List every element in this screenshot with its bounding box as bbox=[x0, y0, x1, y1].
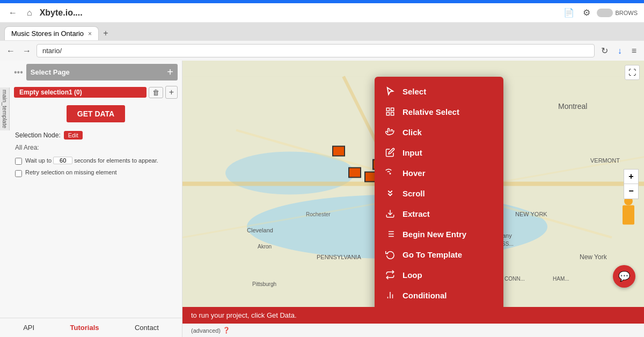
sidebar-top-row: ••• Select Page + bbox=[10, 61, 182, 84]
signal-icon bbox=[384, 167, 396, 179]
all-area-label: All Area: bbox=[10, 144, 182, 155]
doc-icon[interactable]: 📄 bbox=[561, 6, 576, 19]
menu-item-relative-select[interactable]: Relative Select bbox=[375, 101, 503, 122]
svg-rect-37 bbox=[623, 206, 634, 225]
browser-back-button[interactable]: ← bbox=[4, 45, 17, 57]
cursor-icon bbox=[384, 85, 396, 97]
tutorials-link[interactable]: Tutorials bbox=[70, 324, 99, 332]
wait-checkbox[interactable] bbox=[15, 158, 22, 165]
branch-icon bbox=[384, 289, 396, 301]
tab-title: Music Stores in Ontario bbox=[11, 30, 84, 38]
retry-checkbox[interactable] bbox=[15, 170, 22, 177]
run-label: to run your project, click Get Data. bbox=[191, 311, 297, 319]
wait-seconds-input[interactable] bbox=[53, 157, 72, 164]
menu-item-input[interactable]: Input bbox=[375, 142, 503, 163]
download-icon bbox=[384, 208, 396, 219]
brows-toggle[interactable]: BROWS bbox=[597, 9, 638, 17]
svg-rect-42 bbox=[391, 113, 394, 115]
menu-label-click: Click bbox=[402, 128, 422, 137]
api-link[interactable]: API bbox=[23, 324, 34, 332]
svg-rect-35 bbox=[349, 168, 361, 178]
menu-label-scroll: Scroll bbox=[402, 189, 425, 198]
loop-icon bbox=[384, 269, 396, 281]
brows-label: BROWS bbox=[615, 10, 638, 16]
browser-menu-button[interactable]: ≡ bbox=[628, 45, 640, 57]
edit-button[interactable]: Edit bbox=[64, 131, 83, 140]
svg-text:Rochester: Rochester bbox=[306, 211, 331, 217]
menu-item-hover[interactable]: Hover bbox=[375, 163, 503, 183]
menu-item-extract[interactable]: Extract bbox=[375, 203, 503, 224]
menu-item-select[interactable]: Select bbox=[375, 81, 503, 101]
browser-tab-music-stores[interactable]: Music Stores in Ontario × bbox=[4, 26, 99, 40]
help-icon: ❓ bbox=[223, 327, 230, 334]
advanced-label: (advanced) bbox=[191, 327, 221, 334]
menu-item-scroll[interactable]: Scroll bbox=[375, 183, 503, 203]
menu-item-stop[interactable]: Stop bbox=[375, 305, 503, 307]
download-button[interactable]: ↓ bbox=[614, 45, 625, 57]
menu-label-loop: Loop bbox=[402, 270, 422, 280]
svg-rect-41 bbox=[386, 113, 389, 115]
svg-text:Akron: Akron bbox=[258, 244, 272, 250]
menu-label-input: Input bbox=[402, 148, 422, 157]
add-page-button[interactable]: + bbox=[167, 66, 173, 78]
menu-label-begin-new-entry: Begin New Entry bbox=[402, 230, 466, 239]
xbyte-icons: 📄 ⚙ BROWS bbox=[561, 6, 638, 19]
right-panel: Montreal VERMONT NEW YORK New York Alban… bbox=[182, 61, 644, 337]
back-button[interactable]: ← bbox=[6, 7, 19, 19]
svg-text:NEW YORK: NEW YORK bbox=[515, 211, 547, 217]
xbyte-logo: Xbyte.io.... bbox=[40, 8, 83, 18]
sidebar-dots-menu[interactable]: ••• bbox=[14, 68, 23, 77]
context-dropdown-menu: Select Relative Select Click bbox=[375, 77, 503, 307]
retry-label: Retry selection on missing element bbox=[25, 169, 117, 175]
tab-close-button[interactable]: × bbox=[88, 30, 92, 38]
zoom-out-button[interactable]: − bbox=[624, 184, 639, 199]
selection-node-row: Selection Node: Edit bbox=[10, 127, 182, 144]
main-area: main_template ••• Select Page + Empty se… bbox=[0, 61, 644, 337]
selection-row: Empty selection1 (0) 🗑 + bbox=[14, 86, 178, 99]
browser-toolbar: ← → ↻ ↓ ≡ bbox=[0, 41, 644, 61]
zoom-in-button[interactable]: + bbox=[624, 169, 639, 184]
menu-item-begin-new-entry[interactable]: Begin New Entry bbox=[375, 224, 503, 244]
selection-tag: Empty selection1 (0) bbox=[14, 87, 147, 98]
new-tab-button[interactable]: + bbox=[99, 26, 112, 41]
chat-button[interactable]: 💬 bbox=[613, 265, 635, 288]
toggle-switch[interactable] bbox=[597, 9, 613, 17]
contact-link[interactable]: Contact bbox=[135, 324, 159, 332]
menu-label-conditional: Conditional bbox=[402, 291, 447, 300]
menu-item-go-to-template[interactable]: Go To Template bbox=[375, 244, 503, 265]
browser-forward-button[interactable]: → bbox=[20, 45, 33, 57]
wait-text: Wait up to seconds for elements to appea… bbox=[25, 157, 158, 164]
menu-item-click[interactable]: Click bbox=[375, 122, 503, 142]
expand-map-button[interactable]: ⛶ bbox=[625, 65, 640, 80]
select-page-bar: Select Page + bbox=[26, 64, 178, 80]
selection-node-label: Selection Node: bbox=[15, 131, 61, 139]
gear-icon[interactable]: ⚙ bbox=[581, 6, 592, 19]
svg-text:PENNSYLVANIA: PENNSYLVANIA bbox=[317, 254, 361, 260]
wait-checkbox-row: Wait up to seconds for elements to appea… bbox=[10, 155, 182, 167]
map-container: Montreal VERMONT NEW YORK New York Alban… bbox=[182, 61, 644, 307]
svg-rect-23 bbox=[333, 146, 345, 156]
svg-text:Pittsburgh: Pittsburgh bbox=[252, 281, 276, 287]
home-button[interactable]: ⌂ bbox=[25, 7, 34, 19]
menu-item-conditional[interactable]: Conditional bbox=[375, 285, 503, 305]
trash-button[interactable]: 🗑 bbox=[149, 87, 163, 98]
add-selection-button[interactable]: + bbox=[165, 86, 178, 99]
address-bar[interactable] bbox=[36, 44, 595, 57]
refresh-icon bbox=[384, 248, 396, 260]
grid-icon bbox=[384, 106, 396, 118]
bottom-bar-secondary: (advanced) ❓ bbox=[182, 324, 644, 337]
xbyte-header: ← ⌂ Xbyte.io.... 📄 ⚙ BROWS bbox=[0, 3, 644, 23]
menu-item-loop[interactable]: Loop bbox=[375, 265, 503, 285]
svg-text:Montreal: Montreal bbox=[558, 102, 587, 111]
zoom-controls: + − bbox=[624, 169, 639, 199]
svg-text:VERMONT: VERMONT bbox=[590, 157, 620, 164]
svg-rect-40 bbox=[391, 108, 394, 111]
svg-rect-39 bbox=[386, 108, 389, 111]
get-data-button[interactable]: GET DATA bbox=[67, 105, 125, 122]
scroll-icon bbox=[384, 187, 396, 199]
menu-label-go-to-template: Go To Template bbox=[402, 250, 462, 259]
reload-button[interactable]: ↻ bbox=[598, 45, 611, 57]
pencil-icon bbox=[384, 146, 396, 158]
hand-icon bbox=[384, 126, 396, 138]
retry-checkbox-row: Retry selection on missing element bbox=[10, 167, 182, 179]
